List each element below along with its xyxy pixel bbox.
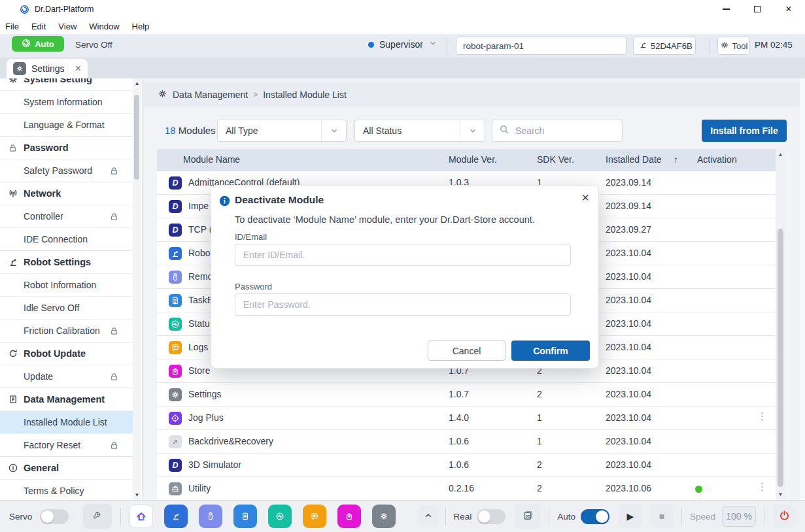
breadcrumb-section[interactable]: Data Management [173, 90, 248, 100]
kebab-menu-icon[interactable]: ⋮ [757, 481, 767, 493]
sidebar-item-idle-servo-off[interactable]: Idle Servo Off [0, 296, 133, 319]
role-label: Supervisor [379, 39, 423, 50]
sidebar-item-data-management[interactable]: Data Management [0, 388, 133, 410]
confirm-button[interactable]: Confirm [511, 341, 590, 361]
sidebar-item-language-format[interactable]: Language & Format [0, 113, 133, 136]
scrollbar-thumb[interactable] [778, 229, 783, 487]
role-selector[interactable]: Supervisor [368, 39, 437, 50]
cancel-button[interactable]: Cancel [428, 341, 505, 361]
module-row[interactable]: Settings 1.0.7 2 2023.10.04 [157, 383, 776, 407]
sidebar-item-label: Controller [24, 211, 63, 222]
scroll-up-icon[interactable]: ▲ [133, 80, 141, 86]
play-button[interactable]: ▶ [619, 505, 642, 528]
sidebar-item-icon [8, 348, 18, 359]
wrench-button[interactable] [83, 504, 112, 529]
program-name-input[interactable] [456, 37, 626, 55]
remote-app[interactable] [199, 505, 222, 528]
robot-icon [171, 512, 180, 521]
module-row[interactable]: Backdrive&Recovery 1.0.6 1 2023.10.04 [157, 430, 776, 454]
menu-edit[interactable]: Edit [31, 22, 46, 31]
scrollbar-thumb[interactable] [134, 95, 139, 180]
module-row[interactable]: Utility 0.2.16 2 2023.10.06 ⋮ [157, 477, 776, 500]
table-scrollbar[interactable]: ▲ ▼ [776, 149, 785, 500]
sidebar-item-update[interactable]: Update [0, 365, 133, 388]
auto-mode-badge[interactable]: Auto [12, 36, 64, 52]
col-installed-date[interactable]: Installed Date [606, 154, 662, 165]
stop-button[interactable]: ■ [650, 505, 674, 528]
lock-icon [109, 326, 119, 336]
3d-view-button[interactable]: 3D [515, 504, 541, 529]
sidebar-item-network[interactable]: Network [0, 182, 133, 205]
tab-close-icon[interactable]: × [75, 63, 81, 74]
sidebar-item-controller[interactable]: Controller [0, 205, 133, 227]
panel-expand-button[interactable] [419, 506, 438, 527]
sidebar-item-safety-password[interactable]: Safety Password [0, 159, 133, 182]
status-filter-select[interactable]: All Status [354, 120, 485, 142]
sidebar-item-robot-update[interactable]: Robot Update [0, 342, 133, 365]
settings-app[interactable] [372, 505, 396, 528]
installed-date: 2023.10.04 [606, 389, 651, 399]
module-count: 18 Modules [165, 125, 216, 136]
installed-date: 2023.09.27 [606, 224, 651, 235]
menu-view[interactable]: View [58, 22, 77, 31]
menu-window[interactable]: Window [89, 22, 119, 31]
servo-toggle-label: Servo [9, 512, 32, 522]
search-input[interactable] [514, 125, 635, 137]
sidebar-item-ide-connection[interactable]: IDE Connection [0, 227, 133, 250]
sidebar-item-robot-settings[interactable]: Robot Settings [0, 250, 133, 273]
password-field[interactable] [235, 293, 571, 316]
installed-date: 2023.10.04 [606, 318, 651, 329]
sidebar-item-terms-policy[interactable]: Terms & Policy [0, 479, 133, 500]
module-row[interactable]: D 3D Simulator 1.0.6 2 2023.10.04 [157, 454, 776, 477]
password-label: Password [235, 282, 272, 291]
dialog-close-icon[interactable]: × [581, 191, 589, 204]
power-button[interactable] [772, 505, 796, 528]
sidebar-scrollbar[interactable]: ▲ ▼ [133, 78, 141, 500]
sidebar-item-friction-calibration[interactable]: Friction Calibration [0, 319, 133, 342]
id-email-field[interactable] [235, 244, 571, 266]
task-app[interactable] [233, 505, 257, 528]
sort-ascending-icon[interactable]: ↑ [674, 154, 678, 165]
sidebar-item-robot-information[interactable]: Robot Information [0, 273, 133, 296]
sidebar-item-installed-module-list[interactable]: Installed Module List [0, 410, 133, 433]
menu-file[interactable]: File [5, 22, 19, 31]
sdk-version: 1 [537, 412, 542, 423]
home-app[interactable] [129, 505, 153, 528]
installed-date: 2023.10.04 [606, 459, 651, 470]
chevron-down-icon [428, 39, 437, 50]
status-app[interactable] [268, 505, 292, 528]
scroll-down-icon[interactable]: ▼ [133, 492, 141, 498]
search-box[interactable] [492, 120, 623, 142]
robot-id-badge[interactable]: 52D4AF6B [633, 37, 696, 55]
sidebar-item-icon [8, 188, 18, 199]
install-from-file-button[interactable]: Install from File [702, 120, 787, 142]
real-toggle[interactable] [477, 509, 505, 524]
col-sdk-ver[interactable]: SDK Ver. [537, 154, 574, 165]
close-button[interactable]: × [783, 3, 795, 15]
col-module-ver[interactable]: Module Ver. [449, 154, 497, 165]
kebab-menu-icon[interactable]: ⋮ [757, 410, 767, 422]
svg-text:3D: 3D [525, 514, 530, 518]
store-app[interactable] [337, 505, 361, 528]
module-row[interactable]: Jog Plus 1.4.0 1 2023.10.04 ⋮ [157, 407, 776, 430]
sidebar-item-system-setting[interactable]: System Setting [0, 78, 133, 90]
robot-app[interactable] [164, 505, 188, 528]
menu-help[interactable]: Help [132, 22, 150, 31]
logs-app[interactable] [303, 505, 326, 528]
servo-toggle[interactable] [40, 509, 69, 524]
tool-button[interactable]: Tool [717, 37, 750, 55]
scroll-up-icon[interactable]: ▲ [776, 152, 785, 158]
sidebar-item-general[interactable]: General [0, 456, 133, 479]
tab-settings[interactable]: Settings × [7, 59, 88, 78]
auto-toggle[interactable] [581, 509, 609, 524]
type-filter-select[interactable]: All Type [217, 120, 347, 142]
scroll-down-icon[interactable]: ▼ [776, 491, 785, 497]
sidebar-item-system-information[interactable]: System Information [0, 90, 133, 113]
maximize-button[interactable] [751, 3, 763, 15]
sidebar-item-factory-reset[interactable]: Factory Reset [0, 433, 133, 456]
minimize-button[interactable] [720, 3, 732, 15]
col-module-name[interactable]: Module Name [183, 154, 240, 165]
sidebar-item-password[interactable]: Password [0, 136, 133, 159]
speed-value-box[interactable]: 100 % [722, 506, 756, 527]
col-activation[interactable]: Activation [697, 154, 737, 165]
